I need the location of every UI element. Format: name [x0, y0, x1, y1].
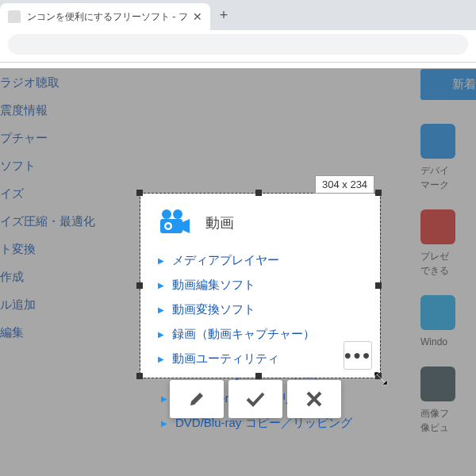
resize-handle-bottom-center[interactable] [255, 373, 262, 379]
bullet-icon: ▶ [161, 394, 167, 403]
browser-tab[interactable]: ンコンを便利にするフリーソフト - フ ✕ [0, 3, 210, 30]
category-link[interactable]: 震度情報 [0, 103, 428, 118]
selection-size-tooltip: 304 x 234 [315, 175, 374, 194]
new-tab-button[interactable]: + [210, 7, 238, 24]
pencil-icon [188, 390, 205, 408]
resize-handle-bottom-right[interactable] [375, 373, 382, 379]
selection-rectangle[interactable] [140, 193, 381, 378]
sidebar-card[interactable]: プレゼできる [420, 209, 476, 278]
resize-handle-top-left[interactable] [136, 190, 143, 196]
edit-button[interactable] [170, 380, 224, 418]
category-link[interactable]: ソフト [0, 159, 428, 174]
check-icon [245, 390, 266, 408]
resize-handle-bottom-left[interactable] [136, 373, 143, 379]
sidebar-card[interactable]: Windo [420, 295, 476, 349]
capture-toolbar [170, 380, 341, 418]
cancel-button[interactable] [287, 380, 341, 418]
x-icon [305, 390, 323, 408]
card-text: Windo [420, 335, 476, 349]
card-text: プレゼできる [420, 249, 476, 278]
card-text: デバイマーク [420, 163, 476, 192]
resize-handle-top-right[interactable] [375, 190, 382, 196]
resize-handle-middle-left[interactable] [136, 282, 143, 289]
resize-handle-top-center[interactable] [255, 190, 262, 196]
card-text: 画像フ像ビュ [420, 406, 476, 435]
tab-title: ンコンを便利にするフリーソフト - フ [27, 10, 188, 24]
tab-favicon [8, 10, 21, 23]
new-button[interactable]: 新着 [420, 69, 476, 100]
category-link[interactable]: ラジオ聴取 [0, 75, 428, 90]
card-icon [420, 295, 455, 330]
confirm-button[interactable] [228, 380, 282, 418]
card-icon [420, 367, 455, 401]
sidebar-card[interactable]: 画像フ像ビュ [420, 367, 476, 435]
category-link[interactable]: プチャー [0, 131, 428, 146]
bullet-icon: ▶ [161, 419, 167, 428]
resize-handle-middle-right[interactable] [375, 282, 382, 289]
close-tab-icon[interactable]: ✕ [193, 10, 202, 23]
card-icon [420, 124, 455, 159]
tab-bar: ンコンを便利にするフリーソフト - フ ✕ + [0, 0, 476, 30]
sidebar: 新着 デバイマークプレゼできるWindo画像フ像ビュ [420, 63, 476, 452]
card-icon [420, 209, 455, 244]
sidebar-card[interactable]: デバイマーク [420, 124, 476, 192]
address-bar-row [0, 34, 476, 63]
address-bar[interactable] [8, 34, 468, 55]
